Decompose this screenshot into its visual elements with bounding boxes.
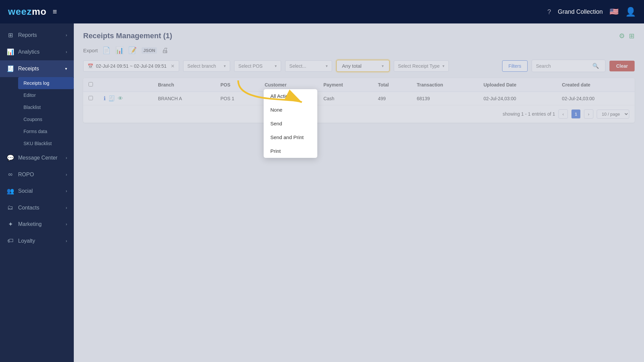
chevron-marketing: › (66, 222, 67, 227)
date-range-picker[interactable]: 📅 02-Jul-24 09:51 ~ 02-Jul-24 09:51 ✕ (83, 60, 179, 72)
receipt-type-chevron-icon: ▾ (442, 64, 444, 68)
ropo-icon: ∞ (7, 171, 14, 178)
logo: weezmo (8, 6, 47, 17)
chevron-analytics: › (66, 50, 67, 54)
receipts-table: Branch POS Customer Payment Total Transa… (83, 78, 635, 123)
sidebar-item-reports[interactable]: ⊞ Reports › (0, 27, 74, 44)
clear-button[interactable]: Clear (609, 61, 635, 71)
export-pdf-icon[interactable]: 📄 (102, 46, 111, 54)
export-xls-icon[interactable]: 📊 (115, 46, 124, 54)
row-total: 499 (373, 92, 412, 105)
sidebar-item-analytics[interactable]: 📊 Analytics › (0, 44, 74, 60)
chevron-receipts: ▾ (65, 66, 67, 71)
sidebar-item-marketing[interactable]: ✦ Marketing › (0, 216, 74, 233)
receipts-submenu: Receipts log Editor Blacklist Coupons Fo… (0, 77, 74, 149)
row-select-checkbox[interactable] (89, 96, 93, 100)
hamburger-menu[interactable]: ≡ (53, 7, 57, 16)
eye-icon[interactable]: 👁 (118, 96, 123, 102)
sidebar-item-contacts[interactable]: 🗂 Contacts › (0, 199, 74, 216)
pos-select-label: Select POS (238, 63, 263, 69)
chevron-message: › (66, 156, 67, 160)
sidebar-label-receipts: Receipts (18, 66, 39, 72)
sidebar-item-message-center[interactable]: 💬 Message Center › (0, 149, 74, 166)
col-pos: POS (215, 78, 259, 92)
filters-button[interactable]: Filters (502, 60, 528, 72)
sidebar-item-receipts[interactable]: 🧾 Receipts ▾ (0, 60, 74, 77)
actions-select[interactable]: Select... ▾ (285, 60, 332, 72)
export-json-icon[interactable]: JSON (142, 47, 157, 54)
next-page-button[interactable]: › (584, 109, 593, 119)
receipt-type-select[interactable]: Select Receipt Type ▾ (394, 60, 449, 72)
header-actions: ⚙ ⊞ (619, 32, 635, 40)
chevron-loyalty: › (66, 239, 67, 243)
sidebar-label-social: Social (18, 188, 33, 194)
message-icon: 💬 (7, 154, 14, 162)
sidebar-sub-receipts-log[interactable]: Receipts log (18, 77, 74, 89)
table-row: ℹ 🧾 👁 BRANCH A POS 1 ation Cash 499 6813… (83, 92, 635, 105)
main-content: Receipts Management (1) ⚙ ⊞ Export 📄 📊 📝… (74, 23, 644, 362)
chevron-social: › (66, 189, 67, 193)
sidebar-sub-editor[interactable]: Editor (18, 89, 74, 101)
user-avatar[interactable]: 👤 (625, 7, 636, 17)
row-checkbox[interactable] (83, 92, 98, 105)
analytics-icon: 📊 (7, 48, 14, 56)
export-bar: Export 📄 📊 📝 JSON 🖨 (83, 46, 635, 54)
sidebar-sub-coupons[interactable]: Coupons (18, 113, 74, 125)
actions-select-label: Select... (289, 63, 307, 69)
sidebar-sub-blacklist[interactable]: Blacklist (18, 101, 74, 113)
page-title: Receipts Management (1) (83, 32, 172, 40)
pagination-info: showing 1 - 1 entries of 1 (503, 111, 555, 117)
sidebar-sub-forms-data[interactable]: Forms data (18, 125, 74, 137)
dropdown-none[interactable]: None (264, 103, 317, 117)
sidebar-sub-sku-blacklist[interactable]: SKU Blacklist (18, 137, 74, 149)
columns-button[interactable]: ⊞ (629, 32, 635, 40)
chevron-contacts: › (66, 205, 67, 210)
sidebar-label-loyalty: Loyalty (18, 238, 35, 244)
any-total-select[interactable]: Any total ▾ (336, 60, 390, 72)
dropdown-send-and-print[interactable]: Send and Print (264, 130, 317, 144)
branch-select-label: Select branch (187, 63, 216, 69)
sidebar-label-marketing: Marketing (18, 221, 42, 227)
per-page-select[interactable]: 10 / page 25 / page 50 / page (597, 110, 629, 119)
chevron-ropo: › (66, 172, 67, 177)
sidebar-label-analytics: Analytics (18, 49, 40, 55)
settings-button[interactable]: ⚙ (619, 32, 625, 40)
col-created-date: Created date (556, 78, 635, 92)
info-icon[interactable]: ℹ (104, 95, 106, 102)
dropdown-all-actions[interactable]: All Actions (264, 89, 317, 103)
search-box[interactable]: 🔍 (532, 60, 605, 72)
dropdown-send[interactable]: Send (264, 117, 317, 130)
col-payment: Payment (318, 78, 373, 92)
receipt-icon[interactable]: 🧾 (108, 95, 115, 102)
any-total-label: Any total (342, 63, 362, 69)
loyalty-icon: 🏷 (7, 237, 14, 244)
export-print-icon[interactable]: 🖨 (162, 47, 168, 54)
select-all-checkbox[interactable] (89, 82, 93, 86)
social-icon: 👥 (7, 187, 14, 195)
sidebar-label-ropo: ROPO (18, 172, 34, 178)
actions-dropdown: All Actions None Send Send and Print Pri… (264, 89, 317, 158)
row-action-icons: ℹ 🧾 👁 (98, 92, 153, 105)
row-branch: BRANCH A (153, 92, 215, 105)
row-uploaded-date: 02-Jul-24,03:00 (478, 92, 556, 105)
pos-select[interactable]: Select POS ▾ (234, 60, 281, 72)
marketing-icon: ✦ (7, 221, 14, 228)
row-payment: Cash (318, 92, 373, 105)
dropdown-print[interactable]: Print (264, 144, 317, 158)
help-icon[interactable]: ? (547, 8, 551, 16)
export-doc-icon[interactable]: 📝 (128, 46, 137, 54)
search-icon: 🔍 (592, 63, 599, 69)
col-total: Total (373, 78, 412, 92)
sidebar-item-loyalty[interactable]: 🏷 Loyalty › (0, 233, 74, 249)
sidebar-label-message: Message Center (18, 155, 57, 161)
date-clear-icon[interactable]: ✕ (171, 63, 175, 69)
col-checkbox (83, 78, 98, 92)
sidebar-item-ropo[interactable]: ∞ ROPO › (0, 166, 74, 183)
branch-select[interactable]: Select branch ▾ (183, 60, 230, 72)
sidebar-item-social[interactable]: 👥 Social › (0, 183, 74, 199)
current-page[interactable]: 1 (571, 109, 581, 119)
prev-page-button[interactable]: ‹ (558, 109, 568, 119)
receipts-icon: 🧾 (7, 65, 14, 72)
search-input[interactable] (536, 63, 590, 69)
chevron-reports: › (66, 33, 67, 38)
